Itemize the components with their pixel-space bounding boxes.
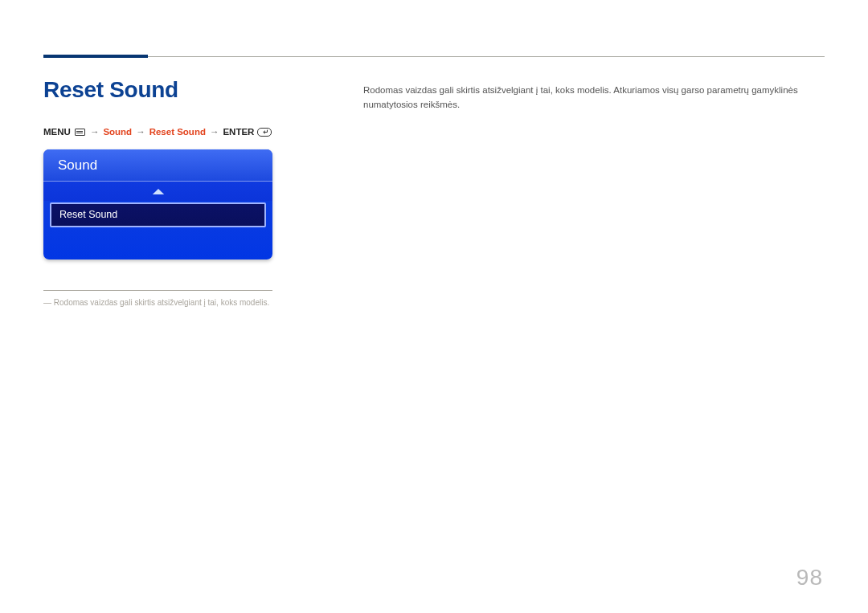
enter-icon bbox=[257, 128, 272, 137]
right-column: Rodomas vaizdas gali skirtis atsižvelgia… bbox=[363, 77, 825, 309]
arrow-icon: → bbox=[135, 127, 146, 137]
menu-path: MENU → Sound → Reset Sound → ENTER bbox=[43, 127, 317, 137]
menu-label: MENU bbox=[43, 127, 71, 137]
arrow-icon: → bbox=[209, 127, 220, 137]
enter-label: ENTER bbox=[223, 127, 254, 137]
osd-scroll-up[interactable] bbox=[43, 182, 272, 201]
osd-item-reset-sound[interactable]: Reset Sound bbox=[50, 202, 266, 227]
menu-icon bbox=[75, 129, 85, 136]
description-text: Rodomas vaizdas gali skirtis atsižvelgia… bbox=[363, 84, 825, 112]
section-heading: Reset Sound bbox=[43, 77, 317, 103]
osd-panel: Sound Reset Sound bbox=[43, 149, 272, 260]
footnote-divider bbox=[43, 290, 272, 291]
arrow-icon: → bbox=[89, 127, 100, 137]
osd-item-label: Reset Sound bbox=[59, 209, 117, 220]
dash-icon: ― bbox=[43, 297, 51, 309]
chevron-up-icon bbox=[151, 187, 166, 196]
page-number: 98 bbox=[796, 565, 823, 591]
footnote: ― Rodomas vaizdas gali skirtis atsižvelg… bbox=[43, 297, 317, 309]
left-column: Reset Sound MENU → Sound → Reset Sound →… bbox=[43, 77, 317, 309]
osd-bottom-pad bbox=[43, 227, 272, 260]
path-sound: Sound bbox=[103, 127, 132, 137]
page: Reset Sound MENU → Sound → Reset Sound →… bbox=[0, 0, 868, 613]
footnote-text: Rodomas vaizdas gali skirtis atsižvelgia… bbox=[54, 298, 269, 307]
section-tab-marker bbox=[43, 55, 148, 58]
header-rule bbox=[148, 56, 825, 57]
osd-title: Sound bbox=[43, 149, 272, 181]
path-reset-sound: Reset Sound bbox=[149, 127, 206, 137]
content-row: Reset Sound MENU → Sound → Reset Sound →… bbox=[43, 77, 825, 309]
